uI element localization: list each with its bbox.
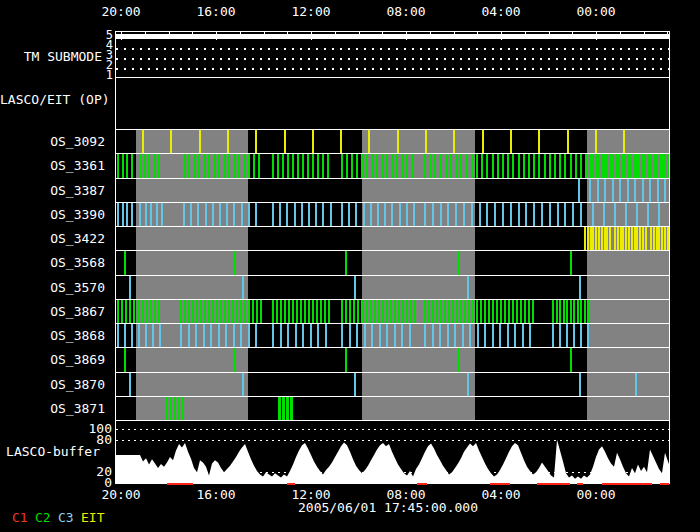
os-tick (644, 154, 646, 178)
buffer-scale-label: 80 (78, 433, 112, 447)
os-tick (365, 300, 367, 323)
buffer-scale-label: 0 (78, 476, 112, 490)
os-tick (510, 203, 512, 226)
os-tick (580, 203, 582, 226)
os-tick (579, 276, 581, 299)
os-tick (409, 300, 411, 323)
os-tick (566, 324, 568, 347)
os-tick (564, 154, 566, 178)
os-tick (145, 324, 147, 347)
os-tick (484, 300, 486, 323)
os-tick (248, 154, 250, 178)
os-tick (614, 227, 616, 250)
os-tick (369, 300, 371, 323)
os-tick (440, 203, 442, 226)
os-tick (204, 300, 206, 323)
os-tick (297, 154, 299, 178)
gray-band (136, 179, 248, 202)
os-tick (432, 203, 434, 226)
os-tick (450, 154, 452, 178)
gray-band (587, 324, 669, 347)
hour-label-top: 04:00 (477, 4, 525, 19)
os-tick (397, 130, 399, 153)
os-tick (170, 130, 172, 153)
os-row-label: OS_3422 (0, 232, 105, 246)
os-tick (584, 227, 586, 250)
os-tick (552, 300, 554, 323)
os-tick (567, 130, 569, 153)
os-tick (457, 348, 459, 372)
os-tick (124, 251, 126, 275)
hour-label-bottom: 00:00 (572, 487, 620, 502)
os-row (116, 300, 669, 323)
gray-band (362, 397, 475, 420)
os-tick (340, 130, 342, 153)
os-tick (579, 373, 581, 396)
os-row (116, 348, 669, 372)
os-tick (216, 300, 218, 323)
os-tick (149, 300, 151, 323)
os-tick (604, 179, 606, 202)
os-tick (523, 154, 525, 178)
os-tick (308, 300, 310, 323)
os-tick (317, 324, 319, 347)
os-tick (302, 324, 304, 347)
os-tick (158, 154, 160, 178)
os-tick (320, 300, 322, 323)
os-tick (627, 179, 629, 202)
os-tick (622, 227, 624, 250)
os-tick (601, 154, 603, 178)
os-tick (315, 203, 317, 226)
os-tick (424, 203, 426, 226)
os-tick (148, 154, 150, 178)
os-tick (242, 373, 244, 396)
os-tick (628, 227, 630, 250)
os-tick (528, 300, 530, 323)
os-tick (198, 154, 200, 178)
os-tick (647, 203, 649, 226)
os-tick (385, 300, 387, 323)
os-tick (570, 348, 572, 372)
os-tick (507, 154, 509, 178)
os-tick (218, 324, 220, 347)
os-tick (481, 154, 483, 178)
os-tick (479, 203, 481, 226)
os-tick (272, 203, 274, 226)
os-tick (397, 300, 399, 323)
os-tick (180, 324, 182, 347)
os-tick (432, 300, 434, 323)
os-tick (301, 203, 303, 226)
os-tick (598, 227, 600, 250)
os-tick (290, 397, 293, 420)
os-tick (401, 154, 403, 178)
os-tick (642, 227, 644, 250)
os-tick (188, 300, 190, 323)
os-tick (117, 324, 119, 347)
os-tick (573, 324, 575, 347)
os-tick (447, 203, 449, 226)
os-tick (233, 251, 235, 275)
os-tick (218, 154, 220, 178)
os-tick (623, 130, 625, 153)
os-tick (219, 203, 221, 226)
os-tick (348, 203, 350, 226)
os-tick (471, 154, 473, 178)
os-tick (664, 227, 666, 250)
os-tick (208, 300, 210, 323)
os-tick (460, 300, 462, 323)
os-tick (577, 300, 579, 323)
os-tick (240, 300, 242, 323)
os-row (116, 179, 669, 202)
os-tick (376, 154, 378, 178)
tm-dotted-gridline (116, 58, 669, 60)
os-tick (354, 373, 356, 396)
os-tick (595, 154, 597, 178)
gray-band (362, 227, 475, 250)
os-tick (286, 203, 288, 226)
os-tick (279, 203, 281, 226)
os-tick (497, 154, 499, 178)
os-tick (295, 324, 297, 347)
os-tick (411, 154, 413, 178)
os-tick (552, 324, 554, 347)
os-tick (253, 154, 255, 178)
